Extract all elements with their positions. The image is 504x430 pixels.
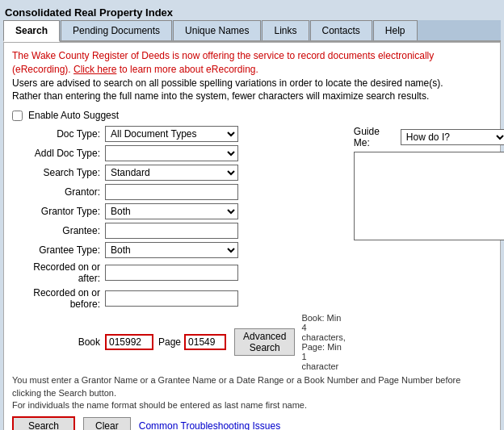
form-area: Doc Type: All Document Types Addl Doc Ty… <box>12 126 492 373</box>
tab-links[interactable]: Links <box>262 20 309 40</box>
book-input[interactable] <box>105 334 153 350</box>
tab-unique-names[interactable]: Unique Names <box>173 20 261 40</box>
grantor-type-select[interactable]: Both <box>105 203 238 219</box>
app-container: Consolidated Real Property Index Search … <box>0 0 504 430</box>
grantor-type-row: Grantor Type: Both <box>12 203 346 219</box>
grantor-row: Grantor: <box>12 184 346 200</box>
grantee-label: Grantee: <box>12 225 105 236</box>
erecording-link[interactable]: Click here <box>74 64 116 75</box>
guide-me-label: Guide Me: <box>354 126 396 148</box>
addl-doc-type-label: Addl Doc Type: <box>12 148 105 159</box>
grantor-type-label: Grantor Type: <box>12 206 105 217</box>
guide-me-select[interactable]: How do I? <box>401 129 504 145</box>
grantee-type-row: Grantee Type: Both <box>12 242 346 258</box>
doc-type-select[interactable]: All Document Types <box>105 126 238 142</box>
grantor-input[interactable] <box>105 184 238 200</box>
recorded-after-label: Recorded on or after: <box>12 261 105 284</box>
validation-line2: For individuals the name format should b… <box>12 400 307 410</box>
doc-type-label: Doc Type: <box>12 128 105 140</box>
book-hint: Book: Min 4 characters, Page: Min 1 char… <box>301 313 345 371</box>
addl-doc-type-select[interactable] <box>105 145 238 161</box>
tab-help[interactable]: Help <box>373 20 418 40</box>
app-title: Consolidated Real Property Index <box>3 3 501 20</box>
search-type-label: Search Type: <box>12 167 105 178</box>
auto-suggest-checkbox[interactable] <box>12 111 23 121</box>
grantee-row: Grantee: <box>12 223 346 239</box>
advanced-search-button[interactable]: Advanced Search <box>234 328 295 356</box>
tab-pending-documents[interactable]: Pending Documents <box>61 20 172 40</box>
grantor-label: Grantor: <box>12 186 105 198</box>
recorded-before-input[interactable] <box>105 290 238 307</box>
guide-me-row: Guide Me: How do I? <box>354 126 504 148</box>
grantee-type-label: Grantee Type: <box>12 244 105 256</box>
tab-contacts[interactable]: Contacts <box>310 20 372 40</box>
form-left: Doc Type: All Document Types Addl Doc Ty… <box>12 126 346 373</box>
book-page-row: Book Page Advanced Search Book: Min 4 ch… <box>12 313 346 371</box>
troubleshooting-link[interactable]: Common Troubleshooting Issues <box>139 420 280 430</box>
page-input[interactable] <box>184 334 226 350</box>
guide-me-textarea[interactable] <box>354 152 504 240</box>
notice-box: The Wake County Register of Deeds is now… <box>12 49 492 103</box>
page-label: Page <box>158 336 181 348</box>
notice-red: The Wake County Register of Deeds is now… <box>12 49 492 77</box>
action-row: Search Clear Common Troubleshooting Issu… <box>12 416 492 430</box>
search-type-row: Search Type: Standard <box>12 165 346 181</box>
search-button[interactable]: Search <box>12 416 75 430</box>
recorded-before-row: Recorded on or before: <box>12 287 346 310</box>
book-label: Book <box>12 336 105 348</box>
main-content: The Wake County Register of Deeds is now… <box>3 42 501 430</box>
addl-doc-type-row: Addl Doc Type: <box>12 145 346 161</box>
auto-suggest-row: Enable Auto Suggest <box>12 110 492 121</box>
validation-line1: You must enter a Grantor Name or a Grant… <box>12 375 460 397</box>
grantee-type-select[interactable]: Both <box>105 242 238 258</box>
search-type-select[interactable]: Standard <box>105 165 238 181</box>
auto-suggest-label: Enable Auto Suggest <box>28 110 119 121</box>
form-right: Guide Me: How do I? <box>354 126 504 373</box>
grantee-input[interactable] <box>105 223 238 239</box>
recorded-after-input[interactable] <box>105 265 238 281</box>
recorded-before-label: Recorded on or before: <box>12 287 105 310</box>
notice-red-suffix: to learn more about eRecording. <box>116 64 258 75</box>
tab-search[interactable]: Search <box>3 20 60 42</box>
recorded-after-row: Recorded on or after: <box>12 261 346 284</box>
notice-black-line2: Rather than entering the full name into … <box>12 90 492 103</box>
clear-button[interactable]: Clear <box>83 417 131 430</box>
notice-black-line1: Users are advised to search on all possi… <box>12 77 492 90</box>
doc-type-row: Doc Type: All Document Types <box>12 126 346 142</box>
validation-message: You must enter a Grantor Name or a Grant… <box>12 374 492 411</box>
tab-bar: Search Pending Documents Unique Names Li… <box>3 20 501 42</box>
